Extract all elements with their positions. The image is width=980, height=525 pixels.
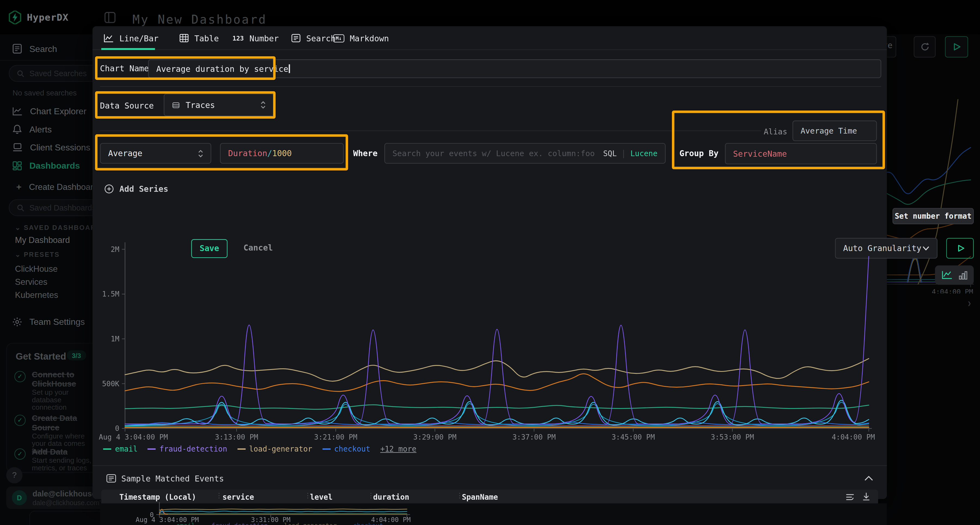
- search-list-icon: [291, 34, 301, 43]
- legend-more-link[interactable]: +12 more: [380, 445, 417, 454]
- legend-item[interactable]: load-generator: [237, 445, 312, 454]
- table-icon: [180, 34, 189, 43]
- legend-item[interactable]: checkout: [322, 445, 370, 454]
- svg-text:4:04:00 PM: 4:04:00 PM: [371, 516, 410, 523]
- highlight-chart-name: [95, 56, 276, 80]
- legend-item[interactable]: email: [103, 445, 138, 454]
- column-header-spanname[interactable]: SpanName: [462, 493, 498, 501]
- tab-number[interactable]: 123 Number: [232, 26, 279, 50]
- tab-table[interactable]: Table: [180, 26, 219, 50]
- svg-text:3:31:00 PM: 3:31:00 PM: [251, 516, 290, 523]
- legend-dash: [148, 448, 156, 450]
- sql-toggle[interactable]: SQL: [603, 149, 617, 158]
- tab-search[interactable]: Search: [291, 26, 336, 50]
- series-fraud-detection: [125, 257, 869, 424]
- svg-text:Aug 4 3:04:00 PM: Aug 4 3:04:00 PM: [99, 433, 168, 441]
- column-separator[interactable]: ⋮: [304, 492, 311, 500]
- bar-mode-icon[interactable]: [958, 271, 967, 279]
- download-icon[interactable]: [862, 492, 870, 501]
- legend-label: load-generator: [249, 445, 312, 454]
- series-tan-wavy: [159, 509, 407, 510]
- chart-type-toggle: [935, 265, 974, 285]
- highlight-group-by: [672, 111, 885, 169]
- series-email: [125, 405, 869, 409]
- column-separator[interactable]: ⋮: [216, 492, 223, 500]
- duration-line-chart: 0500K1M1.5M2MAug 4 3:04:00 PM3:13:00 PM3…: [92, 237, 887, 443]
- column-header-level[interactable]: level: [310, 493, 332, 501]
- divider: [100, 86, 881, 87]
- hyperdx-app: HyperDX My New Dashboard Search Saved Se…: [0, 0, 980, 525]
- legend-item[interactable]: fraud-detection: [148, 445, 227, 454]
- legend-dash: [237, 448, 245, 450]
- svg-text:4:04:00 PM: 4:04:00 PM: [832, 433, 875, 441]
- legend-label: email: [115, 445, 137, 454]
- svg-text:3:13:00 PM: 3:13:00 PM: [215, 433, 258, 441]
- column-header-duration[interactable]: duration: [373, 493, 409, 501]
- plus-circle-icon: [104, 184, 113, 194]
- series-cyan-wavy: [159, 511, 407, 512]
- series-flat-red: [125, 426, 869, 426]
- column-separator[interactable]: ⋮: [368, 492, 374, 500]
- legend-dash: [103, 448, 111, 450]
- svg-text:1.5M: 1.5M: [102, 290, 119, 298]
- svg-text:0: 0: [115, 424, 119, 433]
- svg-text:2M: 2M: [111, 245, 119, 254]
- toggle-divider: |: [621, 149, 626, 158]
- editor-tabs: Line/Bar Table 123 Number Search M↓ Mark…: [92, 26, 887, 50]
- legend-label: checkout: [334, 445, 371, 454]
- divider: [100, 130, 761, 131]
- play-icon: [957, 244, 965, 252]
- tab-line-bar[interactable]: Line/Bar: [104, 26, 158, 50]
- series-cyan-1: [125, 400, 869, 426]
- line-mode-icon[interactable]: [942, 270, 952, 280]
- series-orange-service: [125, 374, 869, 392]
- series-load-generator: [125, 358, 869, 381]
- column-separator[interactable]: ⋮: [456, 492, 463, 500]
- chart-legend: emailfraud-detectionload-generatorchecko…: [103, 445, 417, 454]
- column-header-timestamp-local-[interactable]: Timestamp (Local): [119, 493, 196, 501]
- svg-text:3:29:00 PM: 3:29:00 PM: [413, 433, 457, 441]
- tab-markdown[interactable]: M↓ Markdown: [333, 26, 389, 50]
- add-series-button[interactable]: Add Series: [104, 184, 168, 194]
- where-label: Where: [353, 149, 377, 158]
- where-search-input[interactable]: Search your events w/ Lucene ex. column:…: [384, 143, 666, 164]
- svg-text:3:53:00 PM: 3:53:00 PM: [711, 433, 754, 441]
- background-mini-chart: 0Aug 4 3:04:00 PM3:31:00 PM4:04:00 PM: [124, 502, 424, 525]
- active-tab-indicator: [101, 48, 155, 50]
- markdown-icon: M↓: [333, 34, 344, 42]
- text-cursor: [289, 64, 290, 73]
- lucene-toggle[interactable]: Lucene: [630, 149, 658, 158]
- legend-dash: [322, 448, 331, 450]
- where-placeholder: Search your events w/ Lucene ex. column:…: [393, 149, 595, 158]
- svg-text:3:37:00 PM: 3:37:00 PM: [512, 433, 555, 441]
- column-header-service[interactable]: service: [223, 493, 254, 501]
- svg-text:3:45:00 PM: 3:45:00 PM: [612, 433, 655, 441]
- legend-label: fraud-detection: [159, 445, 227, 454]
- number-123-icon: 123: [232, 35, 243, 41]
- filter-icon[interactable]: [846, 493, 855, 501]
- highlight-data-source: [95, 91, 276, 119]
- preview-play-button[interactable]: [946, 238, 974, 259]
- svg-text:1M: 1M: [111, 335, 119, 343]
- sample-events-header[interactable]: Sample Matched Events: [92, 465, 887, 490]
- svg-text:Aug 4 3:04:00 PM: Aug 4 3:04:00 PM: [135, 516, 199, 523]
- chevron-up-icon[interactable]: [864, 476, 873, 481]
- svg-text:3:21:00 PM: 3:21:00 PM: [314, 433, 358, 441]
- svg-text:500K: 500K: [102, 379, 119, 388]
- chevron-down-icon: [923, 246, 929, 251]
- set-number-format-button[interactable]: Set number format: [892, 208, 974, 224]
- list-icon: [106, 474, 116, 483]
- line-chart-icon: [104, 34, 114, 43]
- highlight-series: [95, 134, 348, 171]
